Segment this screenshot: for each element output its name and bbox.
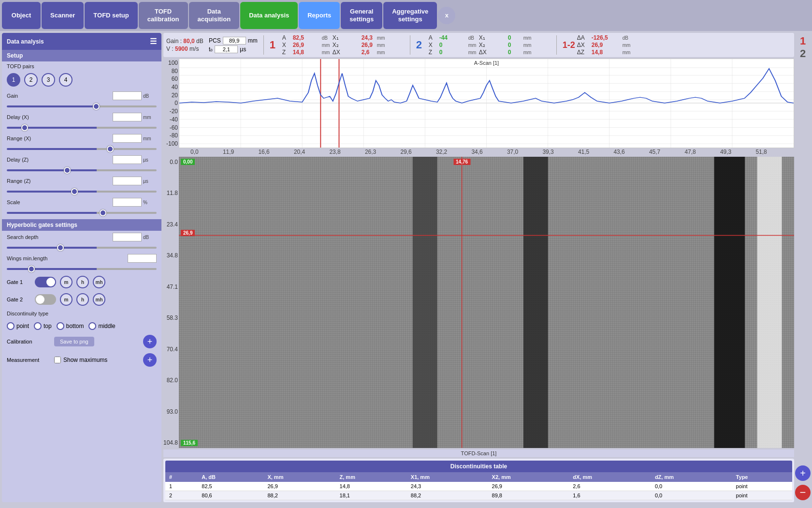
ascan-y-n40: -40 xyxy=(163,116,178,123)
range-x-input[interactable]: 116 xyxy=(113,134,142,143)
ascan-y-axis: 100 80 60 40 20 0 -20 -40 -60 -80 -100 xyxy=(163,59,178,148)
search-depth-input[interactable]: 12 xyxy=(113,233,142,241)
gate1-h-btn[interactable]: h xyxy=(76,276,89,288)
nav-reports[interactable]: Reports xyxy=(299,2,340,29)
tofd-wrapper: 0.0 11.8 23.4 34.8 47.1 58.3 70.4 82.0 9… xyxy=(163,157,794,448)
m12-dz-label: ΔZ xyxy=(577,49,590,56)
marker2-num: 2 xyxy=(416,39,427,51)
close-button[interactable]: x xyxy=(438,7,455,24)
gain-slider[interactable] xyxy=(7,105,157,107)
show-maximums-checkbox[interactable] xyxy=(54,357,61,363)
scale-input[interactable]: 100 xyxy=(113,198,142,207)
m12-dx-unit: mm xyxy=(623,43,636,48)
disc-type-middle[interactable]: middle xyxy=(88,322,115,330)
save-png-button[interactable]: Save to png xyxy=(54,337,94,346)
search-depth-slider[interactable] xyxy=(7,247,157,249)
nav-general-settings[interactable]: General settings xyxy=(341,2,382,29)
discontinuities-table: # A, dB X, mm Z, mm X1, mm X2, mm dX, mm… xyxy=(165,472,792,500)
delay-z-slider[interactable] xyxy=(7,169,157,171)
m2-z-unit: mm xyxy=(468,50,477,55)
range-x-slider[interactable] xyxy=(7,148,157,150)
delay-x-input[interactable]: 0 xyxy=(113,113,142,121)
range-z-slider[interactable] xyxy=(7,191,157,193)
nav-aggregative-settings[interactable]: Aggregative settings xyxy=(383,2,437,29)
gain-input[interactable]: 80 xyxy=(113,91,142,100)
disc-top-label: top xyxy=(44,323,52,329)
delay-x-slider[interactable] xyxy=(7,127,157,129)
row2-num: 2 xyxy=(165,491,198,500)
row2-dx: 1,6 xyxy=(569,491,651,500)
gate2-mh-btn[interactable]: mh xyxy=(93,293,105,306)
search-depth-unit: dB xyxy=(143,235,157,240)
xlab-3: 20,4 xyxy=(294,149,305,155)
calibration-plus-button[interactable]: + xyxy=(143,335,157,348)
measurement-plus-button[interactable]: + xyxy=(143,353,157,367)
m1-x1-val: 24,3 xyxy=(362,34,375,41)
ascan-y-n80: -80 xyxy=(163,132,178,139)
pcs-input[interactable] xyxy=(223,37,246,45)
gate2-h-btn[interactable]: h xyxy=(76,293,89,306)
gain-value: 80,0 xyxy=(183,38,194,45)
xlab-10: 39,3 xyxy=(542,149,553,155)
top-nav: Object Scanner TOFD setup TOFD calibrati… xyxy=(0,0,812,31)
xlab-8: 34,6 xyxy=(471,149,482,155)
gate2-toggle[interactable] xyxy=(35,294,56,305)
scale-slider[interactable] xyxy=(7,212,157,214)
table-plus-button[interactable]: + xyxy=(795,465,811,481)
t0-input[interactable] xyxy=(215,45,238,53)
side-marker-2[interactable]: 2 xyxy=(800,47,806,60)
nav-tofd-calibration[interactable]: TOFD calibration xyxy=(139,2,188,29)
ascan-container[interactable]: A-Scan [1] xyxy=(179,59,794,148)
nav-tofd-setup[interactable]: TOFD setup xyxy=(85,2,137,29)
marker12-label: 1-2 xyxy=(563,40,575,50)
m1-z-label: Z xyxy=(282,49,291,56)
svg-rect-27 xyxy=(523,157,548,448)
show-maximums-text: Show maximums xyxy=(63,357,107,363)
disc-type-bottom[interactable]: bottom xyxy=(57,322,84,330)
wings-slider[interactable] xyxy=(7,268,157,270)
nav-data-analysis[interactable]: Data analysis xyxy=(240,2,298,29)
disc-bottom-label: bottom xyxy=(66,323,84,329)
hamburger-icon[interactable]: ☰ xyxy=(150,37,157,46)
range-z-input[interactable]: 35 xyxy=(113,177,142,185)
disc-type-point[interactable]: point xyxy=(7,322,29,330)
gate2-m-btn[interactable]: m xyxy=(60,293,72,306)
svg-rect-29 xyxy=(757,157,782,448)
m1-z-val: 14,8 xyxy=(293,49,320,56)
xlab-5: 26,3 xyxy=(365,149,376,155)
svg-rect-25 xyxy=(179,157,794,448)
m2-x1-label: X₁ xyxy=(479,34,506,41)
nav-object[interactable]: Object xyxy=(2,2,41,29)
pair-2[interactable]: 2 xyxy=(24,73,38,87)
tofd-scan-image[interactable]: 0,00 14,76 26,9 115,6 xyxy=(179,157,794,448)
xlab-0: 0,0 xyxy=(190,149,199,155)
nav-scanner[interactable]: Scanner xyxy=(42,2,84,29)
gain-slider-row xyxy=(2,101,161,111)
m12-da-label: ΔA xyxy=(577,34,590,41)
row2-dz: 0,0 xyxy=(651,491,732,500)
pair-1[interactable]: 1 xyxy=(7,73,20,87)
row2-x: 88,2 xyxy=(263,491,335,500)
gate1-m-btn[interactable]: m xyxy=(60,276,72,288)
nav-data-acquisition[interactable]: Data acquisition xyxy=(189,2,240,29)
delay-z-input[interactable]: 41 xyxy=(113,155,142,164)
tofd-pairs-row: TOFD pairs xyxy=(2,61,161,70)
tofd-y-axis: 0.0 11.8 23.4 34.8 47.1 58.3 70.4 82.0 9… xyxy=(163,157,178,448)
m1-x-label: X xyxy=(282,42,291,48)
row2-x1: 88,2 xyxy=(407,491,488,500)
m2-x1-val: 0 xyxy=(508,34,522,41)
delay-x-row: Delay (X) 0 mm xyxy=(2,111,161,122)
pair-3[interactable]: 3 xyxy=(42,73,55,87)
table-minus-button[interactable]: − xyxy=(795,485,811,500)
side-marker-1[interactable]: 1 xyxy=(800,35,806,47)
row1-type: point xyxy=(732,482,792,491)
disc-type-top[interactable]: top xyxy=(34,322,52,330)
pair-4[interactable]: 4 xyxy=(59,73,72,87)
xlab-2: 16,6 xyxy=(258,149,269,155)
left-panel: Data analysis ☰ Setup TOFD pairs 1 2 3 4… xyxy=(2,33,161,502)
t0-unit: µs xyxy=(240,46,246,53)
gate1-toggle[interactable] xyxy=(35,277,56,287)
wings-input[interactable]: 5 xyxy=(128,254,157,263)
gate1-mh-btn[interactable]: mh xyxy=(93,276,105,288)
show-maximums-label[interactable]: Show maximums xyxy=(54,357,107,363)
